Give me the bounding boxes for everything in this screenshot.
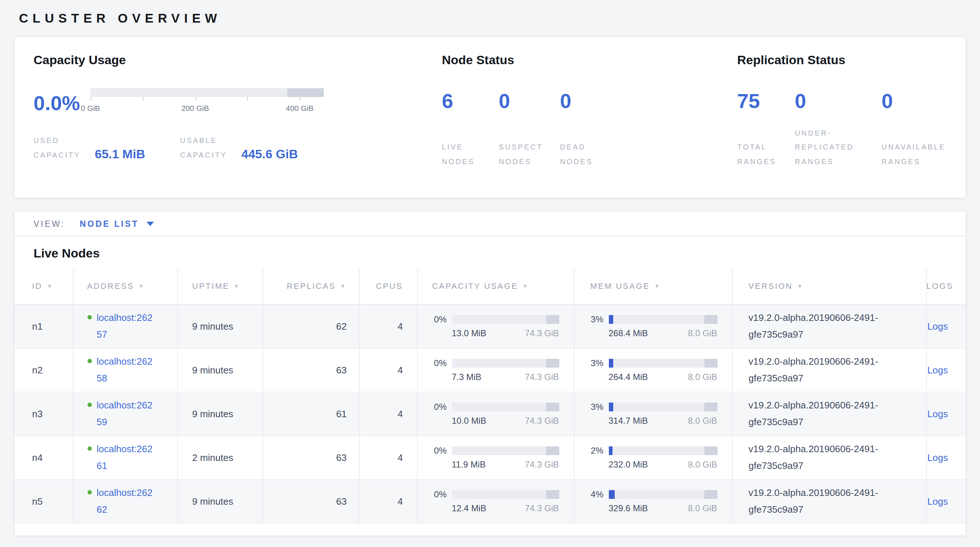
- mem-used-segment: [608, 315, 613, 323]
- table-row: n2 localhost:26258 9 minutes 63 4 0% 7.3…: [14, 348, 966, 392]
- unavailable-ranges-value: 0: [881, 91, 960, 111]
- sort-desc-icon: ▼: [340, 283, 347, 290]
- mem-used-segment: [608, 402, 613, 411]
- address-link[interactable]: localhost:26258: [97, 353, 153, 387]
- node-address-cell: localhost:26262: [73, 479, 177, 523]
- live-status-dot: [87, 490, 92, 494]
- used-capacity-label: USED CAPACITY: [33, 134, 89, 162]
- node-address-cell: localhost:26258: [73, 348, 177, 392]
- capacity-percent-value: 0%: [428, 401, 447, 412]
- capacity-gauge-ticks: [91, 97, 324, 102]
- view-selector-dropdown[interactable]: NODE LIST: [80, 219, 153, 228]
- node-status-section: Node Status 6 LIVE NODES 0 SUSPECT NODES…: [442, 53, 737, 198]
- mem-percent-value: 3%: [584, 358, 603, 368]
- address-link[interactable]: localhost:26262: [97, 484, 153, 518]
- capacity-percent-value: 0%: [428, 358, 447, 368]
- address-link[interactable]: localhost:26261: [97, 440, 153, 474]
- replicas-cell: 61: [262, 392, 359, 436]
- node-id-cell: n3: [14, 392, 73, 436]
- column-header-id[interactable]: ID▼: [14, 269, 73, 304]
- address-link[interactable]: localhost:26259: [97, 396, 153, 431]
- live-nodes-stat: 6 LIVE NODES: [442, 91, 499, 169]
- mem-percent-value: 2%: [584, 445, 603, 455]
- capacity-gauge: 0 GiB 200 GiB 400 GiB: [91, 88, 324, 113]
- replication-status-heading: Replication Status: [737, 53, 960, 68]
- capacity-usage-bar: [452, 490, 559, 498]
- version-text: v19.2.0-alpha.20190606-2491-gfe735c9a97: [748, 440, 898, 474]
- mem-total-value: 8.0 GiB: [688, 372, 717, 382]
- sort-desc-icon: ▼: [522, 283, 529, 290]
- dead-nodes-label: DEAD NODES: [560, 140, 598, 169]
- node-table-body: n1 localhost:26257 9 minutes 62 4 0% 13.…: [14, 304, 966, 523]
- cpus-cell: 4: [359, 479, 417, 523]
- node-id-cell: n4: [14, 436, 73, 479]
- node-list-card: VIEW: NODE LIST Live Nodes ID▼: [14, 211, 966, 536]
- logs-link[interactable]: Logs: [928, 408, 948, 419]
- capacity-gauge-track: [91, 88, 324, 97]
- capacity-usage-cell: 0% 10.0 MiB 74.3 GiB: [417, 392, 574, 436]
- logs-link[interactable]: Logs: [928, 321, 948, 331]
- unavailable-ranges-stat: 0 UNAVAILABLE RANGES: [881, 91, 960, 169]
- column-header-uptime[interactable]: UPTIME▼: [177, 269, 262, 304]
- uptime-cell: 9 minutes: [177, 479, 262, 523]
- live-status-dot: [87, 402, 92, 407]
- replicas-cell: 63: [262, 348, 359, 392]
- mem-usage-cell: 3% 268.4 MiB 8.0 GiB: [574, 304, 732, 348]
- mem-total-value: 8.0 GiB: [688, 328, 717, 338]
- replicas-cell: 63: [262, 479, 359, 523]
- mem-used-value: 232.0 MiB: [608, 459, 648, 469]
- dead-nodes-value: 0: [560, 91, 598, 111]
- logs-link[interactable]: Logs: [928, 364, 948, 375]
- column-header-address[interactable]: ADDRESS▼: [73, 269, 177, 304]
- column-header-mem-usage[interactable]: MEM USAGE▼: [574, 269, 732, 304]
- capacity-nonusable-segment: [546, 402, 559, 411]
- mem-usage-cell: 3% 314.7 MiB 8.0 GiB: [574, 392, 732, 436]
- capacity-used-value: 11.9 MiB: [452, 459, 485, 469]
- column-header-replicas[interactable]: REPLICAS▼: [262, 269, 359, 304]
- total-ranges-label: TOTAL RANGES: [737, 140, 781, 169]
- logs-link[interactable]: Logs: [928, 496, 948, 507]
- address-link[interactable]: localhost:26257: [97, 309, 153, 343]
- under-replicated-stat: 0 UNDER-REPLICATED RANGES: [795, 91, 881, 169]
- partial-row: [14, 523, 966, 536]
- cpus-cell: 4: [359, 348, 417, 392]
- under-replicated-label: UNDER-REPLICATED RANGES: [795, 126, 866, 169]
- version-text: v19.2.0-alpha.20190606-2491-gfe735c9a97: [748, 396, 898, 431]
- version-cell: v19.2.0-alpha.20190606-2491-gfe735c9a97: [732, 479, 926, 523]
- logs-link[interactable]: Logs: [928, 452, 948, 463]
- used-capacity-stat: USED CAPACITY 65.1 MiB: [33, 134, 180, 162]
- capacity-total-value: 74.3 GiB: [525, 372, 559, 382]
- column-header-version[interactable]: VERSION▼: [732, 269, 926, 304]
- node-id-cell: n5: [14, 479, 73, 523]
- mem-usage-cell: 3% 264.4 MiB 8.0 GiB: [574, 348, 732, 392]
- capacity-total-value: 74.3 GiB: [525, 503, 559, 513]
- mem-used-value: 268.4 MiB: [608, 328, 648, 338]
- capacity-total-value: 74.3 GiB: [525, 459, 559, 469]
- suspect-nodes-label: SUSPECT NODES: [499, 140, 548, 169]
- used-capacity-value: 65.1 MiB: [95, 148, 145, 162]
- capacity-usage-bar: [452, 402, 559, 411]
- logs-cell: Logs: [926, 304, 966, 348]
- view-label: VIEW:: [33, 219, 65, 228]
- version-text: v19.2.0-alpha.20190606-2491-gfe735c9a97: [748, 484, 898, 518]
- node-address-cell: localhost:26259: [73, 392, 177, 436]
- logs-cell: Logs: [926, 436, 966, 479]
- cpus-cell: 4: [359, 436, 417, 479]
- column-header-cpus: CPUS: [359, 269, 417, 304]
- mem-nonusable-segment: [704, 315, 717, 323]
- uptime-cell: 9 minutes: [177, 348, 262, 392]
- view-selected-value: NODE LIST: [80, 219, 139, 228]
- tick-label: 0 GiB: [81, 103, 100, 112]
- node-id-cell: n2: [14, 348, 73, 392]
- live-nodes-label: LIVE NODES: [442, 140, 480, 169]
- mem-total-value: 8.0 GiB: [688, 415, 717, 426]
- column-header-capacity-usage[interactable]: CAPACITY USAGE▼: [417, 269, 574, 304]
- sort-desc-icon: ▼: [797, 283, 803, 290]
- cluster-overview-page: CLUSTER OVERVIEW Capacity Usage 0.0%: [0, 0, 980, 547]
- mem-percent-value: 3%: [584, 401, 603, 412]
- cpus-cell: 4: [359, 392, 417, 436]
- dead-nodes-stat: 0 DEAD NODES: [560, 91, 598, 169]
- capacity-used-value: 13.0 MiB: [452, 328, 486, 338]
- mem-used-value: 314.7 MiB: [608, 415, 648, 426]
- mem-nonusable-segment: [704, 402, 717, 411]
